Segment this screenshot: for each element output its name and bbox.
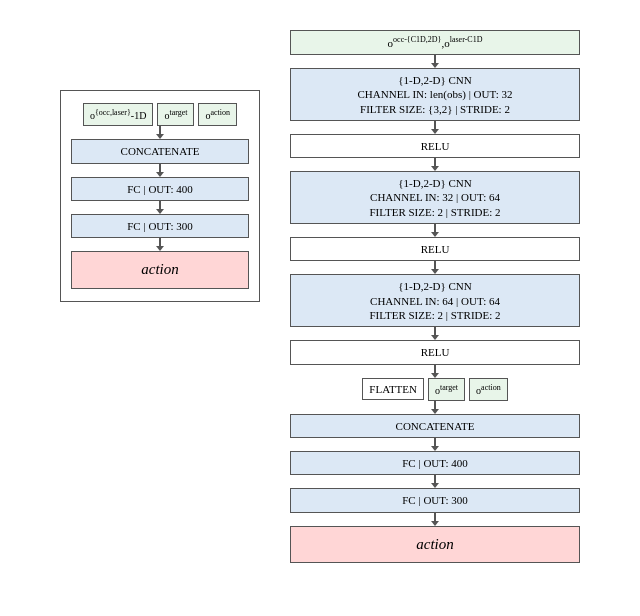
right-flatten: FLATTEN — [362, 378, 424, 400]
target-sup: target — [169, 108, 187, 117]
right-relu1: RELU — [290, 134, 580, 158]
right-cnn3: {1-D,2-D} CNN CHANNEL IN: 64 | OUT: 64 F… — [290, 274, 580, 327]
diagram-container: o{occ,laser}-1D otarget oaction CONCATEN… — [50, 20, 590, 573]
right-diagram: oocc-{C1D,2D},olaser-C1D {1-D,2-D} CNN C… — [290, 30, 580, 563]
action-sup: action — [210, 108, 230, 117]
left-concatenate: CONCATENATE — [71, 139, 249, 163]
right-target-node: otarget — [428, 378, 465, 401]
right-concatenate: CONCATENATE — [290, 414, 580, 438]
left-diagram: o{occ,laser}-1D otarget oaction CONCATEN… — [60, 90, 260, 302]
right-flatten-row: FLATTEN otarget oaction — [290, 378, 580, 401]
right-relu2: RELU — [290, 237, 580, 261]
right-laser-sup: laser-C1D — [450, 35, 483, 44]
right-action-node: oaction — [469, 378, 508, 401]
left-input-action: oaction — [198, 103, 237, 126]
right-fc1: FC | OUT: 400 — [290, 451, 580, 475]
right-top-input: oocc-{C1D,2D},olaser-C1D — [290, 30, 580, 55]
right-relu3: RELU — [290, 340, 580, 364]
left-fc1: FC | OUT: 400 — [71, 177, 249, 201]
left-output: action — [71, 251, 249, 289]
left-input-target: otarget — [157, 103, 194, 126]
left-fc2: FC | OUT: 300 — [71, 214, 249, 238]
left-input-row: o{occ,laser}-1D otarget oaction — [71, 103, 249, 126]
right-output: action — [290, 526, 580, 564]
occ-sup: {occ,laser} — [95, 108, 131, 117]
left-input-occ: o{occ,laser}-1D — [83, 103, 153, 126]
right-action-sup: action — [481, 383, 501, 392]
right-cnn2: {1-D,2-D} CNN CHANNEL IN: 32 | OUT: 64 F… — [290, 171, 580, 224]
right-target-sup: target — [440, 383, 458, 392]
right-cnn1: {1-D,2-D} CNN CHANNEL IN: len(obs) | OUT… — [290, 68, 580, 121]
right-fc2: FC | OUT: 300 — [290, 488, 580, 512]
right-occ-sup: occ-{C1D,2D} — [393, 35, 441, 44]
